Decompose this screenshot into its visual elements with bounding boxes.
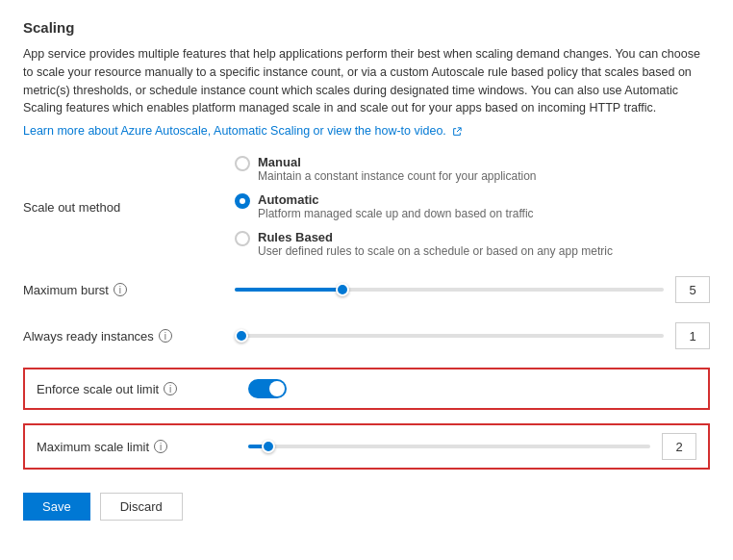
always-ready-instances-slider-container: 1 <box>235 322 710 349</box>
enforce-scale-out-limit-toggle[interactable] <box>248 379 287 398</box>
always-ready-instances-slider-thumb[interactable] <box>235 329 248 343</box>
radio-rules-based-label: Rules Based <box>258 230 613 244</box>
radio-manual-label: Manual <box>258 155 537 169</box>
enforce-scale-out-limit-row: Enforce scale out limit i <box>23 368 710 410</box>
maximum-burst-label: Maximum burst i <box>23 283 235 297</box>
always-ready-instances-row: Always ready instances i 1 <box>23 321 710 350</box>
radio-rules-based-sublabel: User defined rules to scale on a schedul… <box>258 244 613 258</box>
radio-automatic-label: Automatic <box>258 192 534 207</box>
radio-option-rules-based[interactable]: Rules Based User defined rules to scale … <box>235 230 710 258</box>
page-title: Scaling <box>23 19 710 36</box>
maximum-burst-slider-fill <box>235 288 342 292</box>
discard-button[interactable]: Discard <box>100 493 183 521</box>
maximum-scale-limit-info-icon[interactable]: i <box>154 440 167 453</box>
maximum-burst-slider[interactable] <box>235 288 664 292</box>
maximum-scale-limit-row: Maximum scale limit i 2 <box>23 423 710 470</box>
enforce-scale-out-limit-toggle-container <box>248 379 696 398</box>
always-ready-instances-info-icon[interactable]: i <box>159 329 172 343</box>
maximum-scale-limit-value: 2 <box>662 433 696 460</box>
description-text: App service provides multiple features t… <box>23 45 710 117</box>
learn-more-link[interactable]: Learn more about Azure Autoscale, Automa… <box>23 124 462 138</box>
radio-automatic[interactable] <box>235 193 250 209</box>
maximum-scale-limit-slider-thumb[interactable] <box>262 440 275 453</box>
radio-manual-sublabel: Maintain a constant instance count for y… <box>258 169 537 183</box>
maximum-burst-row: Maximum burst i 5 <box>23 275 710 304</box>
maximum-burst-slider-container: 5 <box>235 276 710 303</box>
radio-option-automatic[interactable]: Automatic Platform managed scale up and … <box>235 192 710 220</box>
radio-manual[interactable] <box>235 156 250 171</box>
maximum-burst-slider-thumb[interactable] <box>336 283 349 296</box>
save-button[interactable]: Save <box>23 493 90 521</box>
button-row: Save Discard <box>23 493 710 521</box>
always-ready-instances-slider[interactable] <box>235 334 664 338</box>
scale-out-method-row: Scale out method Manual Maintain a const… <box>23 155 710 258</box>
maximum-burst-info-icon[interactable]: i <box>114 283 127 296</box>
radio-options-group: Manual Maintain a constant instance coun… <box>235 155 710 258</box>
radio-option-manual[interactable]: Manual Maintain a constant instance coun… <box>235 155 710 183</box>
maximum-scale-limit-slider[interactable] <box>248 445 650 448</box>
maximum-scale-limit-slider-container: 2 <box>248 433 696 460</box>
scale-out-method-label: Scale out method <box>23 198 235 215</box>
radio-automatic-sublabel: Platform managed scale up and down based… <box>258 207 534 220</box>
enforce-scale-out-limit-info-icon[interactable]: i <box>164 382 177 395</box>
maximum-burst-value: 5 <box>675 276 710 303</box>
enforce-scale-out-limit-label: Enforce scale out limit i <box>37 382 248 396</box>
external-link-icon <box>452 127 462 137</box>
always-ready-instances-label: Always ready instances i <box>23 329 235 344</box>
maximum-scale-limit-label: Maximum scale limit i <box>37 440 248 454</box>
toggle-thumb <box>269 381 285 396</box>
radio-rules-based[interactable] <box>235 231 250 246</box>
always-ready-instances-value: 1 <box>675 322 710 349</box>
